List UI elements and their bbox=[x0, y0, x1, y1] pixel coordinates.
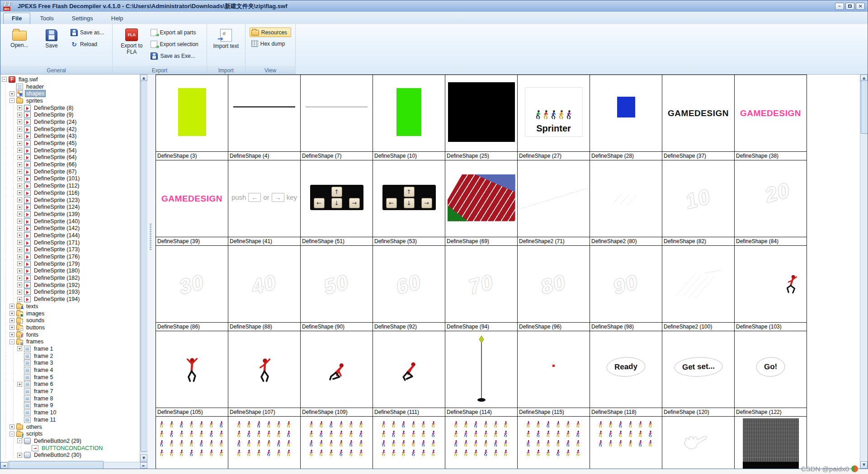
expand-icon[interactable]: + bbox=[9, 318, 14, 323]
expand-icon[interactable]: + bbox=[17, 240, 22, 245]
tree-item-frame-10[interactable]: frame 10 bbox=[2, 409, 140, 416]
cell-defineshape-98[interactable]: 90DefineShape (98) bbox=[590, 246, 662, 331]
cell-defineshape-39[interactable]: GAMEDESIGNDefineShape (39) bbox=[156, 160, 228, 246]
tree-item-frame-9[interactable]: frame 9 bbox=[2, 402, 140, 409]
collapse-icon[interactable]: - bbox=[9, 98, 14, 103]
open-button[interactable]: Open... bbox=[5, 26, 34, 51]
tree-item-buttons[interactable]: +buttons bbox=[2, 324, 140, 331]
tree-item-frame-6[interactable]: +frame 6 bbox=[2, 381, 140, 388]
tree-item-frame-7[interactable]: frame 7 bbox=[2, 388, 140, 395]
expand-icon[interactable]: + bbox=[17, 148, 22, 153]
tree-item-definesprite-180[interactable]: +DefineSprite (180) bbox=[2, 268, 140, 275]
collapse-icon[interactable]: - bbox=[9, 339, 14, 344]
cell-defineshape-53[interactable]: ↑←↓→DefineShape (53) bbox=[373, 160, 445, 246]
expand-icon[interactable]: + bbox=[9, 424, 14, 429]
cell-defineshape-82[interactable]: 10DefineShape (82) bbox=[662, 160, 735, 246]
tree-item-definesprite-54[interactable]: +DefineSprite (54) bbox=[2, 147, 140, 154]
expand-icon[interactable]: + bbox=[17, 226, 22, 231]
tree-item-definesprite-144[interactable]: +DefineSprite (144) bbox=[2, 232, 140, 239]
cell-defineshape-107[interactable]: DefineShape (107) bbox=[228, 331, 301, 417]
expand-icon[interactable]: + bbox=[17, 169, 22, 174]
save-as-button[interactable]: Save as... bbox=[69, 28, 108, 38]
menu-tab-file[interactable]: File bbox=[3, 13, 30, 24]
export-to-fla-button[interactable]: Export to FLA bbox=[117, 26, 146, 58]
expand-icon[interactable]: + bbox=[17, 155, 22, 160]
cell-defineshape-109[interactable]: DefineShape (109) bbox=[301, 331, 373, 417]
cell-defineshape-37[interactable]: GAMEDESIGNDefineShape (37) bbox=[662, 75, 735, 160]
scroll-right-icon[interactable]: ► bbox=[140, 462, 147, 469]
tree-item-frame-1[interactable]: +frame 1 bbox=[2, 345, 140, 352]
expand-icon[interactable]: + bbox=[17, 282, 22, 287]
cell-defineshape-86[interactable]: 30DefineShape (86) bbox=[156, 246, 228, 331]
save-as-exe-button[interactable]: Save as Exe... bbox=[149, 51, 202, 61]
expand-icon[interactable]: + bbox=[17, 190, 22, 195]
tree-scroll-track[interactable] bbox=[140, 80, 147, 455]
tree-scroll-thumb[interactable] bbox=[141, 80, 147, 452]
cell-defineshape2-80[interactable]: DefineShape2 (80) bbox=[590, 160, 662, 246]
save-button[interactable]: Save bbox=[37, 26, 66, 52]
cell-unlabeled[interactable] bbox=[301, 417, 373, 469]
tree-item-frame-5[interactable]: frame 5 bbox=[2, 374, 140, 381]
tree-item-definesprite-192[interactable]: +DefineSprite (192) bbox=[2, 282, 140, 289]
scroll-left-icon[interactable]: ◄ bbox=[0, 462, 8, 469]
expand-icon[interactable]: + bbox=[9, 325, 14, 330]
expand-icon[interactable]: + bbox=[17, 205, 22, 210]
close-button[interactable]: × bbox=[856, 3, 865, 10]
tree-item-definesprite-42[interactable]: +DefineSprite (42) bbox=[2, 126, 140, 133]
tree-item-definesprite-123[interactable]: +DefineSprite (123) bbox=[2, 197, 140, 204]
import-text-button[interactable]: Import text bbox=[211, 26, 241, 52]
expand-icon[interactable]: + bbox=[17, 254, 22, 259]
cell-defineshape-88[interactable]: 40DefineShape (88) bbox=[228, 246, 301, 331]
tree-item-others[interactable]: +others bbox=[2, 423, 140, 431]
tree-item-frame-2[interactable]: frame 2 bbox=[2, 352, 140, 360]
cell-unlabeled[interactable] bbox=[228, 417, 301, 469]
expand-icon[interactable]: + bbox=[17, 247, 22, 252]
tree-item-shapes[interactable]: +shapes bbox=[2, 90, 140, 97]
tree-item-texts[interactable]: +texts bbox=[2, 303, 140, 310]
cell-defineshape-115[interactable]: DefineShape (115) bbox=[518, 331, 590, 417]
expand-icon[interactable]: + bbox=[17, 346, 22, 351]
expand-icon[interactable]: + bbox=[17, 134, 22, 139]
expand-icon[interactable]: + bbox=[9, 91, 14, 96]
expand-icon[interactable]: + bbox=[9, 311, 14, 316]
tree-item-frame-8[interactable]: frame 8 bbox=[2, 395, 140, 402]
cell-defineshape-41[interactable]: push←or→keyDefineShape (41) bbox=[228, 160, 301, 246]
tree-horizontal-scrollbar[interactable]: ◄ ► bbox=[0, 462, 147, 469]
tree-item-definesprite-112[interactable]: +DefineSprite (112) bbox=[2, 182, 140, 189]
cell-defineshape-3[interactable]: DefineShape (3) bbox=[156, 75, 228, 160]
tree-item-frame-11[interactable]: frame 11 bbox=[2, 416, 140, 423]
collapse-icon[interactable]: - bbox=[17, 438, 22, 443]
main-scroll-thumb[interactable] bbox=[861, 80, 868, 134]
tree-hscroll-thumb[interactable] bbox=[9, 461, 104, 469]
expand-icon[interactable]: + bbox=[17, 113, 22, 117]
split-pane-divider[interactable] bbox=[147, 75, 156, 469]
tree-item-definesprite-43[interactable]: +DefineSprite (43) bbox=[2, 133, 140, 140]
cell-defineshape-111[interactable]: DefineShape (111) bbox=[373, 331, 445, 417]
cell-defineshape-118[interactable]: ReadyDefineShape (118) bbox=[590, 331, 662, 417]
expand-icon[interactable]: + bbox=[17, 105, 22, 110]
tree-item-flag-swf[interactable]: -flag.swf bbox=[2, 76, 140, 83]
tree-item-definesprite-171[interactable]: +DefineSprite (171) bbox=[2, 239, 140, 246]
reload-button[interactable]: Reload bbox=[69, 39, 108, 49]
cell-defineshape-51[interactable]: ↑←↓→DefineShape (51) bbox=[301, 160, 373, 246]
cell-unlabeled[interactable] bbox=[735, 417, 807, 469]
tree-hscroll-track[interactable] bbox=[8, 460, 140, 469]
expand-icon[interactable]: + bbox=[9, 332, 14, 337]
tree-item-scripts[interactable]: -scripts bbox=[2, 430, 140, 437]
cell-defineshape-96[interactable]: 80DefineShape (96) bbox=[518, 246, 590, 331]
cell-defineshape2-71[interactable]: DefineShape2 (71) bbox=[518, 160, 590, 246]
tree-item-sprites[interactable]: -sprites bbox=[2, 97, 140, 104]
tree-item-definesprite-139[interactable]: +DefineSprite (139) bbox=[2, 211, 140, 218]
collapse-icon[interactable]: - bbox=[9, 432, 14, 436]
tree-item-sounds[interactable]: +sounds bbox=[2, 317, 140, 324]
cell-defineshape-84[interactable]: 20DefineShape (84) bbox=[735, 160, 807, 246]
cell-defineshape-38[interactable]: GAMEDESIGNDefineShape (38) bbox=[735, 75, 807, 160]
cell-defineshape-92[interactable]: 60DefineShape (92) bbox=[373, 246, 445, 331]
cell-defineshape-25[interactable]: DefineShape (25) bbox=[445, 75, 518, 160]
tree-item-definesprite-116[interactable]: +DefineSprite (116) bbox=[2, 189, 140, 197]
resources-button[interactable]: Resources bbox=[250, 28, 291, 37]
tree-item-definesprite-8[interactable]: +DefineSprite (8) bbox=[2, 104, 140, 112]
tree-item-definesprite-194[interactable]: +DefineSprite (194) bbox=[2, 296, 140, 303]
cell-unlabeled[interactable] bbox=[662, 417, 735, 469]
tree-item-definesprite-66[interactable]: +DefineSprite (66) bbox=[2, 161, 140, 168]
